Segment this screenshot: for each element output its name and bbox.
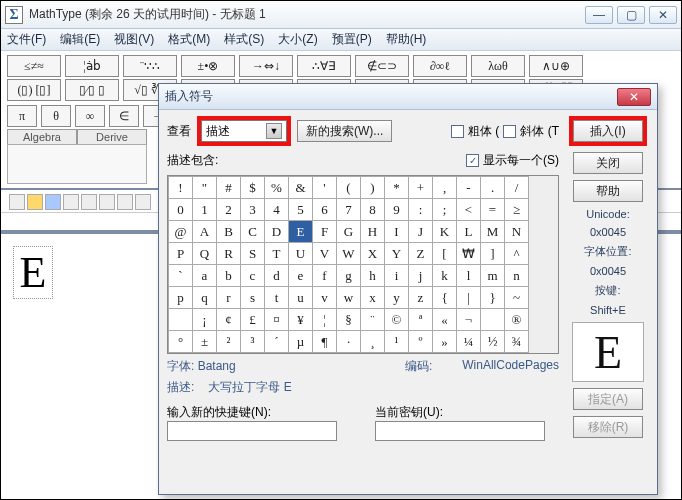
symbol-cell[interactable]: ¥ xyxy=(289,309,313,331)
palette-cell[interactable]: ∞ xyxy=(75,105,105,127)
symbol-cell[interactable]: + xyxy=(409,177,433,199)
palette-cell[interactable]: ¦ȧḃ xyxy=(65,55,119,77)
symbol-cell[interactable]: j xyxy=(409,265,433,287)
palette-cell[interactable]: θ xyxy=(41,105,71,127)
symbol-cell[interactable]: a xyxy=(193,265,217,287)
palette-cell[interactable]: ∧∪⊕ xyxy=(529,55,583,77)
italic-checkbox[interactable] xyxy=(503,125,516,138)
symbol-cell[interactable]: µ xyxy=(289,331,313,353)
new-search-button[interactable]: 新的搜索(W)... xyxy=(297,120,392,142)
symbol-cell[interactable]: P xyxy=(169,243,193,265)
dialog-close-btn[interactable]: 关闭 xyxy=(573,152,643,174)
remove-button[interactable]: 移除(R) xyxy=(573,416,643,438)
symbol-cell[interactable]: m xyxy=(481,265,505,287)
symbol-cell[interactable]: ) xyxy=(361,177,385,199)
palette-cell[interactable]: ∉⊂⊃ xyxy=(355,55,409,77)
newkey-input[interactable] xyxy=(167,421,337,441)
symbol-cell[interactable]: ¾ xyxy=(505,331,529,353)
symbol-cell[interactable]: s xyxy=(241,287,265,309)
symbol-cell[interactable]: @ xyxy=(169,221,193,243)
symbol-cell[interactable]: ´ xyxy=(265,331,289,353)
symbol-cell[interactable]: u xyxy=(289,287,313,309)
show-each-checkbox[interactable]: ✓ xyxy=(466,154,479,167)
palette-cell[interactable]: →⇔↓ xyxy=(239,55,293,77)
symbol-cell[interactable]: » xyxy=(433,331,457,353)
symbol-cell[interactable]: ^ xyxy=(505,243,529,265)
symbol-cell[interactable]: ² xyxy=(217,331,241,353)
symbol-cell[interactable]: ¬ xyxy=(457,309,481,331)
symbol-cell[interactable]: Q xyxy=(193,243,217,265)
menu-item[interactable]: 视图(V) xyxy=(114,31,154,48)
menu-item[interactable]: 大小(Z) xyxy=(278,31,317,48)
symbol-cell[interactable]: ¢ xyxy=(217,309,241,331)
symbol-cell[interactable]: t xyxy=(265,287,289,309)
symbol-cell[interactable]: ¦ xyxy=(313,309,337,331)
symbol-cell[interactable]: 0 xyxy=(169,199,193,221)
symbol-cell[interactable]: ¤ xyxy=(265,309,289,331)
symbol-cell[interactable]: k xyxy=(433,265,457,287)
tab-derive[interactable]: Derive xyxy=(77,129,147,144)
symbol-cell[interactable]: X xyxy=(361,243,385,265)
assign-button[interactable]: 指定(A) xyxy=(573,388,643,410)
symbol-cell[interactable]: E xyxy=(289,221,313,243)
dialog-titlebar[interactable]: 插入符号 ✕ xyxy=(159,84,657,110)
symbol-cell[interactable]: | xyxy=(457,287,481,309)
symbol-cell[interactable]: W xyxy=(337,243,361,265)
symbol-cell[interactable]: c xyxy=(241,265,265,287)
style-btn-7[interactable] xyxy=(117,194,133,210)
menu-item[interactable]: 预置(P) xyxy=(332,31,372,48)
symbol-cell[interactable]: M xyxy=(481,221,505,243)
symbol-cell[interactable]: ` xyxy=(169,265,193,287)
view-combobox[interactable]: 描述 ▼ xyxy=(201,120,287,142)
symbol-cell[interactable]: · xyxy=(337,331,361,353)
symbol-cell[interactable]: [ xyxy=(433,243,457,265)
symbol-cell[interactable]: F xyxy=(313,221,337,243)
symbol-cell[interactable]: ¼ xyxy=(457,331,481,353)
symbol-cell[interactable]: D xyxy=(265,221,289,243)
symbol-cell[interactable]: w xyxy=(337,287,361,309)
symbol-cell[interactable]: y xyxy=(385,287,409,309)
symbol-cell[interactable]: V xyxy=(313,243,337,265)
symbol-cell[interactable]: U xyxy=(289,243,313,265)
symbol-cell[interactable]: i xyxy=(385,265,409,287)
symbol-cell[interactable]: Y xyxy=(385,243,409,265)
symbol-cell[interactable]: £ xyxy=(241,309,265,331)
symbol-cell[interactable]: T xyxy=(265,243,289,265)
menu-item[interactable]: 格式(M) xyxy=(168,31,210,48)
symbol-cell[interactable]: ¶ xyxy=(313,331,337,353)
symbol-cell[interactable]: ½ xyxy=(481,331,505,353)
maximize-button[interactable]: ▢ xyxy=(617,6,645,24)
style-btn-2[interactable] xyxy=(27,194,43,210)
symbol-cell[interactable]: / xyxy=(505,177,529,199)
style-btn-4[interactable] xyxy=(63,194,79,210)
symbol-cell[interactable]: q xyxy=(193,287,217,309)
minimize-button[interactable]: — xyxy=(585,6,613,24)
menu-item[interactable]: 文件(F) xyxy=(7,31,46,48)
symbol-cell[interactable]: ± xyxy=(193,331,217,353)
palette-cell[interactable]: (▯) [▯] xyxy=(7,79,61,101)
symbol-cell[interactable]: 9 xyxy=(385,199,409,221)
symbol-cell[interactable]: ¸ xyxy=(361,331,385,353)
dialog-close-button[interactable]: ✕ xyxy=(617,88,651,106)
symbol-cell[interactable]: 8 xyxy=(361,199,385,221)
symbol-cell[interactable]: p xyxy=(169,287,193,309)
symbol-cell[interactable]: : xyxy=(409,199,433,221)
insert-button[interactable]: 插入(I) xyxy=(573,120,643,142)
symbol-cell[interactable]: H xyxy=(361,221,385,243)
bold-checkbox[interactable] xyxy=(451,125,464,138)
palette-cell[interactable]: λωθ xyxy=(471,55,525,77)
symbol-cell[interactable]: 3 xyxy=(241,199,265,221)
style-btn-3[interactable] xyxy=(45,194,61,210)
palette-cell[interactable]: ∈ xyxy=(109,105,139,127)
symbol-cell[interactable]: f xyxy=(313,265,337,287)
symbol-cell[interactable]: L xyxy=(457,221,481,243)
symbol-cell[interactable]: S xyxy=(241,243,265,265)
symbol-cell[interactable]: ° xyxy=(169,331,193,353)
palette-cell[interactable]: ∂∞ℓ xyxy=(413,55,467,77)
symbol-cell[interactable]: A xyxy=(193,221,217,243)
menu-item[interactable]: 帮助(H) xyxy=(386,31,427,48)
symbol-cell[interactable]: { xyxy=(433,287,457,309)
symbol-cell[interactable]: d xyxy=(265,265,289,287)
menu-item[interactable]: 编辑(E) xyxy=(60,31,100,48)
symbol-cell[interactable]: & xyxy=(289,177,313,199)
